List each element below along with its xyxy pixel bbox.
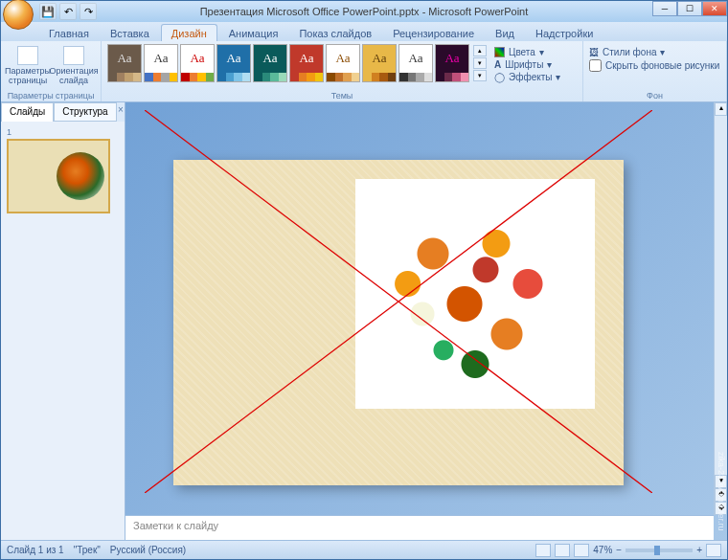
tab-insert[interactable]: Вставка [101,25,159,41]
theme-swatch-1[interactable]: Aa [144,44,178,82]
watermark: zika-23 livemaster.ru [717,452,726,531]
view-sorter-button[interactable] [555,544,570,557]
group-label-setup: Параметры страницы [1,91,101,101]
titlebar: 💾 ↶ ↷ Презентация Microsoft Office Power… [1,1,727,22]
page-setup-label: Параметры страницы [5,67,51,86]
ribbon: Параметры страницы Ориентация слайда Пар… [1,41,727,102]
slide-thumbnail[interactable] [7,139,110,213]
theme-gallery-nav: ▴ ▾ ▾ [473,45,487,81]
tab-animation[interactable]: Анимация [219,25,288,41]
theme-scroll-up[interactable]: ▴ [473,45,487,56]
theme-swatch-2[interactable]: Aa [180,44,215,82]
tab-view[interactable]: Вид [486,25,524,41]
hide-bg-checkbox[interactable]: Скрыть фоновые рисунки [589,59,720,72]
group-page-setup: Параметры страницы Ориентация слайда Пар… [1,41,102,101]
effects-dropdown[interactable]: ◯Эффекты ▾ [494,72,560,82]
group-background: 🖼 Стили фона ▾ Скрыть фоновые рисунки Фо… [583,41,727,101]
quick-access-toolbar: 💾 ↶ ↷ [39,3,97,20]
office-button[interactable] [3,0,34,30]
flower-image[interactable] [355,179,595,409]
panel-tabs: Слайды Структура × [1,102,125,122]
zoom-level[interactable]: 47% [593,545,612,555]
maximize-button[interactable]: ☐ [677,1,702,16]
bg-styles-label: Стили фона [603,47,656,57]
zoom-slider[interactable] [626,549,693,552]
flower-bouquet-icon [370,193,580,394]
theme-swatch-7[interactable]: Aa [362,44,397,82]
fonts-dropdown[interactable]: AШрифты ▾ [494,59,560,70]
panel-tab-slides[interactable]: Слайды [1,102,54,122]
colors-dropdown[interactable]: Цвета ▾ [494,47,560,57]
orientation-button[interactable]: Ориентация слайда [53,44,95,86]
status-theme: "Трек" [74,545,101,555]
status-language[interactable]: Русский (Россия) [110,545,186,555]
save-icon[interactable]: 💾 [39,3,57,20]
page-setup-button[interactable]: Параметры страницы [7,44,49,86]
theme-swatch-3[interactable]: Aa [216,44,251,82]
view-normal-button[interactable] [535,544,551,557]
fit-window-button[interactable] [706,544,721,557]
hide-bg-label: Скрыть фоновые рисунки [605,60,719,71]
colors-label: Цвета [509,47,535,57]
slides-panel: Слайды Структура × 1 [1,102,125,540]
themes-gallery: AaAaAaAaAaAaAaAaAaAa ▴ ▾ ▾ Цвета ▾ AШриф… [107,44,577,82]
slide-area: ▴ ▾ ⬘ ⬙ Заметки к слайду [125,102,727,540]
effects-label: Эффекты [509,72,552,82]
theme-swatch-5[interactable]: Aa [289,44,324,82]
panel-tab-outline[interactable]: Структура [54,102,116,122]
scroll-up-icon[interactable]: ▴ [715,102,727,116]
app-window: 💾 ↶ ↷ Презентация Microsoft Office Power… [0,0,728,560]
fonts-label: Шрифты [505,59,543,70]
window-controls: ─ ☐ ✕ [652,1,727,16]
slide-canvas[interactable]: ▴ ▾ ⬘ ⬙ [125,102,727,515]
slide[interactable] [173,160,624,485]
group-themes: AaAaAaAaAaAaAaAaAaAa ▴ ▾ ▾ Цвета ▾ AШриф… [102,41,583,101]
group-label-themes: Темы [102,91,582,101]
background-styles-button[interactable]: 🖼 Стили фона ▾ [589,47,720,57]
hide-bg-input[interactable] [589,59,602,72]
thumbnail-list: 1 [1,122,125,540]
tab-home[interactable]: Главная [39,25,99,41]
redo-icon[interactable]: ↷ [80,3,97,20]
theme-swatch-6[interactable]: Aa [326,44,360,82]
colors-icon [494,47,505,57]
tab-design[interactable]: Дизайн [161,24,217,41]
ribbon-tabs: Главная Вставка Дизайн Анимация Показ сл… [1,22,727,41]
theme-swatch-9[interactable]: Aa [435,44,469,82]
theme-swatch-4[interactable]: Aa [253,44,287,82]
theme-scroll-down[interactable]: ▾ [473,57,487,69]
undo-icon[interactable]: ↶ [59,3,77,20]
workspace: Слайды Структура × 1 [1,102,727,540]
close-button[interactable]: ✕ [702,1,727,16]
orientation-label: Ориентация слайда [49,67,98,86]
window-title: Презентация Microsoft Office PowerPoint.… [200,6,529,17]
tab-slideshow[interactable]: Показ слайдов [289,25,381,41]
zoom-in-icon[interactable]: + [696,545,702,555]
theme-swatch-0[interactable]: Aa [107,44,142,82]
tab-addins[interactable]: Надстройки [526,25,603,41]
group-label-bg: Фон [583,91,726,101]
orientation-icon [63,46,84,65]
thumb-flower-icon [57,152,104,200]
theme-options: Цвета ▾ AШрифты ▾ ◯Эффекты ▾ [494,44,560,82]
page-setup-icon [17,46,38,65]
status-slide-info: Слайд 1 из 1 [7,545,64,555]
tab-review[interactable]: Рецензирование [383,25,484,41]
scroll-track[interactable] [715,116,727,475]
thumb-number: 1 [7,127,119,137]
minimize-button[interactable]: ─ [652,1,677,16]
effects-icon: ◯ [494,72,505,82]
view-slideshow-button[interactable] [574,544,589,557]
zoom-out-icon[interactable]: − [616,545,622,555]
fonts-icon: A [494,59,501,70]
notes-pane[interactable]: Заметки к слайду [125,515,714,540]
theme-swatch-8[interactable]: Aa [398,44,433,82]
status-bar: Слайд 1 из 1 "Трек" Русский (Россия) 47%… [1,540,727,559]
panel-close-icon[interactable]: × [117,102,125,122]
theme-more[interactable]: ▾ [473,70,487,81]
